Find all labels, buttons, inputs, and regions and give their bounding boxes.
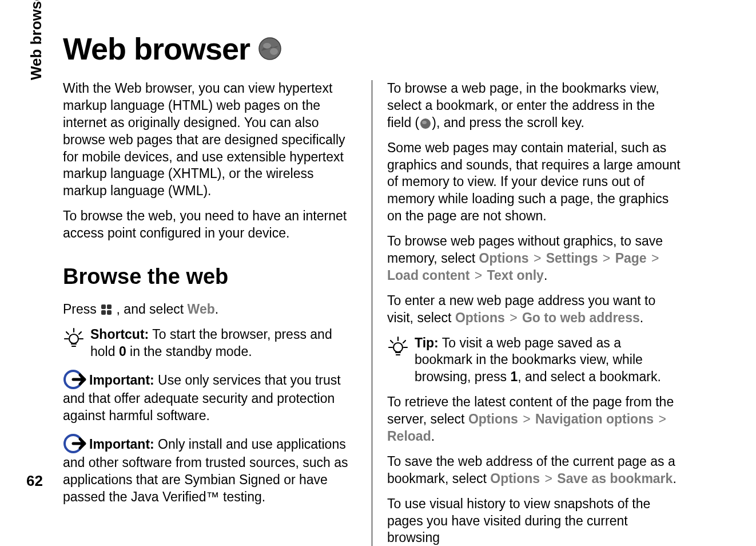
lightbulb-icon [63, 326, 85, 350]
separator: > [647, 251, 660, 266]
svg-rect-5 [107, 304, 112, 309]
important-label: Important: [89, 373, 158, 387]
two-column-layout: With the Web browser, you can view hyper… [63, 80, 729, 546]
menu-options: Options [455, 310, 505, 325]
menu-load-content: Load content [387, 268, 469, 283]
svg-point-13 [393, 343, 403, 352]
svg-rect-4 [101, 304, 106, 309]
memory-paragraph: Some web pages may contain material, suc… [387, 140, 681, 225]
no-graphics-paragraph: To browse web pages without graphics, to… [387, 233, 681, 284]
text: . [673, 471, 676, 486]
text: in the standby mode. [126, 344, 252, 359]
goto-paragraph: To enter a new web page address you want… [387, 292, 681, 327]
important-arrow-icon [63, 433, 88, 454]
lightbulb-icon [387, 335, 409, 359]
shortcut-label: Shortcut: [90, 327, 149, 342]
svg-rect-6 [101, 310, 106, 315]
svg-point-2 [270, 48, 278, 55]
menu-nav-options: Navigation options [535, 412, 654, 426]
text: ), and press the scroll key. [432, 115, 584, 130]
browse-page-paragraph: To browse a web page, in the bookmarks v… [387, 80, 681, 132]
important-arrow-icon [63, 369, 88, 390]
text: . [431, 429, 435, 444]
important-callout-2: Important: Only install and use applicat… [63, 433, 357, 506]
text: Press [63, 302, 100, 316]
page-content: Web browser With the Web browser, you ca… [63, 31, 729, 546]
menu-goto-address: Go to web address [522, 310, 640, 325]
important-callout-1: Important: Use only services that you tr… [63, 369, 357, 425]
visual-history-paragraph: To use visual history to view snapshots … [387, 496, 681, 546]
separator: > [529, 251, 546, 266]
menu-options: Options [468, 412, 518, 426]
menu-settings: Settings [546, 251, 598, 266]
text: . [215, 302, 218, 316]
section-heading-browse: Browse the web [63, 263, 357, 291]
menu-options: Options [479, 251, 529, 266]
menu-web: Web [188, 302, 215, 316]
press-instruction: Press , and select Web. [63, 301, 357, 318]
menu-text-only: Text only [487, 268, 544, 283]
shortcut-callout: Shortcut: To start the browser, press an… [63, 326, 357, 361]
key-1: 1 [510, 369, 518, 384]
menu-save-bookmark: Save as bookmark [557, 471, 673, 486]
left-column: With the Web browser, you can view hyper… [63, 80, 372, 546]
important-label: Important: [89, 437, 158, 452]
menu-reload: Reload [387, 429, 431, 444]
separator: > [469, 268, 487, 283]
text: , and select [113, 302, 187, 316]
separator: > [540, 471, 557, 486]
text: . [640, 310, 643, 325]
svg-rect-7 [107, 310, 112, 315]
save-bookmark-paragraph: To save the web address of the current p… [387, 453, 681, 488]
reload-paragraph: To retrieve the latest content of the pa… [387, 394, 681, 445]
menu-key-icon [100, 303, 113, 316]
menu-options: Options [490, 471, 540, 486]
globe-icon [258, 37, 282, 61]
section-side-label: Web browser [27, 0, 45, 80]
svg-point-12 [422, 121, 427, 124]
key-0: 0 [119, 344, 126, 359]
tip-label: Tip: [415, 335, 439, 350]
text: . [544, 268, 547, 283]
shortcut-text: Shortcut: To start the browser, press an… [90, 326, 357, 361]
menu-page: Page [615, 251, 647, 266]
address-field-icon [419, 118, 432, 129]
separator: > [654, 412, 667, 426]
separator: > [518, 412, 535, 426]
page-number: 62 [26, 472, 43, 490]
svg-point-1 [263, 43, 271, 49]
intro-paragraph-1: With the Web browser, you can view hyper… [63, 80, 357, 200]
text: , and select a bookmark. [518, 369, 661, 384]
tip-callout: Tip: To visit a web page saved as a book… [387, 335, 681, 386]
page-title: Web browser [63, 31, 250, 66]
separator: > [598, 251, 615, 266]
svg-point-8 [69, 334, 78, 343]
right-column: To browse a web page, in the bookmarks v… [372, 80, 681, 546]
separator: > [505, 310, 522, 325]
tip-text: Tip: To visit a web page saved as a book… [415, 335, 681, 386]
intro-paragraph-2: To browse the web, you need to have an i… [63, 208, 357, 242]
title-row: Web browser [63, 31, 729, 66]
